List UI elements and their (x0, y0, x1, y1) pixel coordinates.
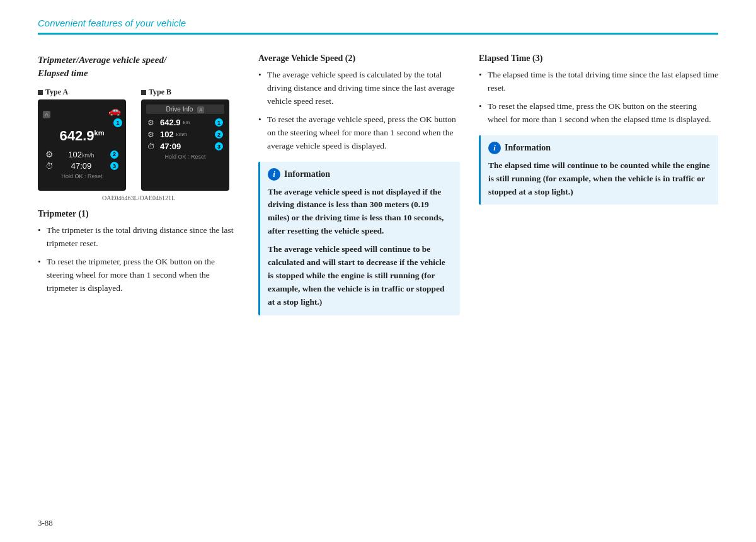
typeA-time-row: ⏱ 47:09 3 (43, 161, 121, 171)
typeB-hold-row: Hold OK : Reset (146, 154, 224, 160)
panel-b-wrapper: Type B Drive Info A ⚙ 642.9km 1 ⚙ 102km/… (141, 88, 239, 191)
avg-speed-bullet-2: To reset the average vehicle speed, pres… (258, 113, 460, 153)
elapsed-bullet-1: The elapsed time is the total driving ti… (479, 69, 718, 95)
panels-caption: OAE046463L/OAE046121L (38, 195, 239, 201)
middle-info-box: i Information The average vehicle speed … (258, 162, 460, 315)
panel-label-square-a (38, 90, 43, 95)
right-info-icon: i (488, 142, 501, 154)
tripmeter-bullet-1: The tripmeter is the total driving dista… (38, 224, 239, 251)
elapsed-time-bullet-list: The elapsed time is the total driving ti… (479, 69, 718, 127)
panel-b-label: Type B (141, 88, 239, 97)
tripmeter-subsection-title: Tripmeter (1) (38, 209, 239, 219)
middle-info-p2: The average vehicle speed will continue … (268, 243, 452, 309)
middle-info-box-title: Information (284, 169, 330, 179)
typeA-num1-badge: 1 (113, 118, 122, 127)
tripmeter-bullet-2: To reset the tripmeter, press the OK but… (38, 256, 239, 295)
right-info-box: i Information The elapsed time will cont… (479, 135, 718, 205)
typeA-speed-row: ⚙ 102km/h 2 (43, 149, 121, 159)
content-columns: Tripmeter/Average vehicle speed/Elapsed … (38, 54, 718, 315)
panel-label-square-b (141, 90, 146, 95)
elapsed-time-title: Elapsed Time (3) (479, 54, 718, 64)
left-column: Tripmeter/Average vehicle speed/Elapsed … (38, 54, 239, 315)
typeB-time-row: ⏱ 47:09 3 (146, 142, 224, 151)
panel-a-wrapper: Type A A 🚗 1 642.9km ⚙ 102km/h 2 (38, 88, 136, 191)
right-column: Elapsed Time (3) The elapsed time is the… (479, 54, 718, 315)
panel-a-label: Type A (38, 88, 136, 97)
header: Convenient features of your vehicle (38, 0, 718, 35)
typeB-speed-row: ⚙ 102km/h 2 (146, 130, 224, 139)
typeA-tripmeter: 642.9km (43, 128, 121, 144)
middle-info-box-header: i Information (268, 168, 452, 181)
page-number: 3-88 (38, 518, 53, 528)
tripmeter-bullet-list: The tripmeter is the total driving dista… (38, 224, 239, 295)
typeA-a-badge: A (43, 111, 50, 118)
typeB-header: Drive Info A (146, 104, 224, 114)
display-panels: Type A A 🚗 1 642.9km ⚙ 102km/h 2 (38, 88, 239, 191)
avg-speed-bullet-list: The average vehicle speed is calculated … (258, 69, 460, 153)
typeA-hold-row: Hold OK : Reset (43, 173, 121, 179)
right-info-box-title: Information (505, 143, 551, 153)
right-info-p1: The elapsed time will continue to be cou… (488, 159, 711, 199)
car-icon: 🚗 (108, 104, 121, 116)
section-title: Tripmeter/Average vehicle speed/Elapsed … (38, 54, 239, 80)
middle-info-p1: The average vehicle speed is not display… (268, 186, 452, 239)
display-type-b: Drive Info A ⚙ 642.9km 1 ⚙ 102km/h 2 (141, 99, 229, 191)
right-info-box-text: The elapsed time will continue to be cou… (488, 159, 711, 199)
page-container: Convenient features of your vehicle Trip… (0, 0, 756, 542)
middle-column: Average Vehicle Speed (2) The average ve… (258, 54, 460, 315)
typeA-icon-row: 🚗 (43, 104, 121, 116)
avg-speed-title: Average Vehicle Speed (2) (258, 54, 460, 64)
right-info-box-header: i Information (488, 142, 711, 154)
typeB-trip-row: ⚙ 642.9km 1 (146, 118, 224, 127)
middle-info-box-text: The average vehicle speed is not display… (268, 186, 452, 309)
elapsed-bullet-2: To reset the elapsed time, press the OK … (479, 100, 718, 127)
header-title: Convenient features of your vehicle (38, 18, 186, 28)
avg-speed-bullet-1: The average vehicle speed is calculated … (258, 69, 460, 108)
info-icon: i (268, 168, 280, 181)
display-type-a: A 🚗 1 642.9km ⚙ 102km/h 2 ⏱ (38, 99, 126, 191)
